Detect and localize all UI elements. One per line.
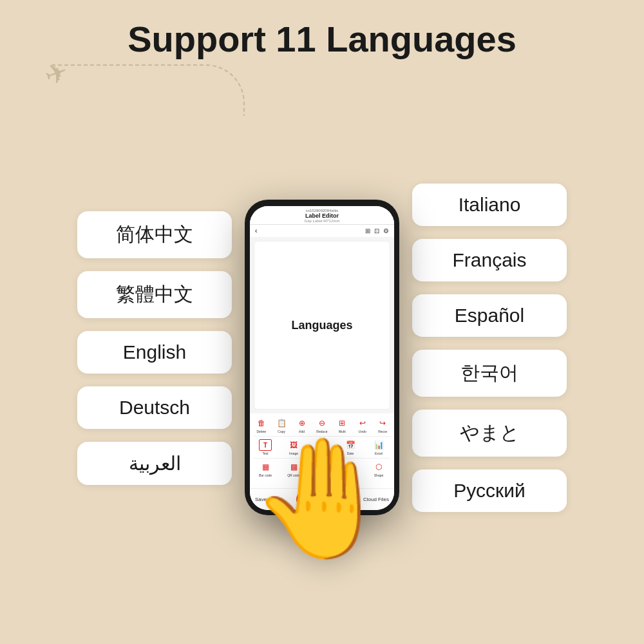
copy-icon: 📋 bbox=[275, 417, 288, 429]
page-title: Support 11 Languages bbox=[0, 0, 644, 66]
phone-mockup: cn1529092084ahls Label Editor Gap Label:… bbox=[245, 200, 399, 515]
label-canvas: Languages bbox=[254, 241, 390, 410]
nav-back-icon[interactable]: ‹ bbox=[255, 227, 257, 234]
lang-tag-italiano[interactable]: Italiano bbox=[412, 184, 567, 226]
reduce-icon: ⊖ bbox=[316, 417, 328, 429]
lang-tag-arabic[interactable]: العربية bbox=[77, 442, 232, 485]
lang-tag-russian[interactable]: Русский bbox=[412, 469, 567, 512]
main-content: 简体中文 繁體中文 English Deutsch العربية cn1529… bbox=[0, 71, 644, 644]
lang-tag-simplified-chinese[interactable]: 简体中文 bbox=[77, 211, 232, 258]
left-language-column: 简体中文 繁體中文 English Deutsch العربية bbox=[77, 211, 232, 485]
app-title: Label Editor bbox=[258, 213, 386, 219]
add-icon: ⊕ bbox=[296, 417, 308, 429]
delete-icon: 🗑 bbox=[255, 417, 268, 429]
undo-icon: ↩ bbox=[356, 417, 369, 429]
recover-icon: ↪ bbox=[376, 417, 389, 429]
lang-tag-japanese[interactable]: やまと bbox=[412, 410, 567, 457]
lang-tag-english[interactable]: English bbox=[77, 331, 232, 374]
nav-icon-2[interactable]: ⊡ bbox=[374, 227, 379, 234]
right-language-column: Italiano Français Español 한국어 やまと Русски… bbox=[412, 184, 567, 512]
nav-icon-1[interactable]: ⊞ bbox=[365, 227, 370, 234]
lang-tag-korean[interactable]: 한국어 bbox=[412, 350, 567, 397]
lang-tag-traditional-chinese[interactable]: 繁體中文 bbox=[77, 271, 232, 318]
app-subtitle: Gap Label:40*12mm bbox=[258, 219, 386, 223]
nav-icons: ⊞ ⊡ ⚙ bbox=[365, 227, 389, 234]
multi-icon: ⊞ bbox=[336, 417, 348, 429]
hand-holding-phone: 🤚 bbox=[250, 430, 395, 567]
phone-status-bar: cn1529092084ahls Label Editor Gap Label:… bbox=[250, 206, 394, 225]
lang-tag-francais[interactable]: Français bbox=[412, 239, 567, 281]
lang-tag-deutsch[interactable]: Deutsch bbox=[77, 386, 232, 429]
lang-tag-espanol[interactable]: Español bbox=[412, 294, 567, 337]
nav-icon-3[interactable]: ⚙ bbox=[383, 227, 389, 234]
phone-nav-bar: ‹ ⊞ ⊡ ⚙ bbox=[250, 225, 394, 237]
